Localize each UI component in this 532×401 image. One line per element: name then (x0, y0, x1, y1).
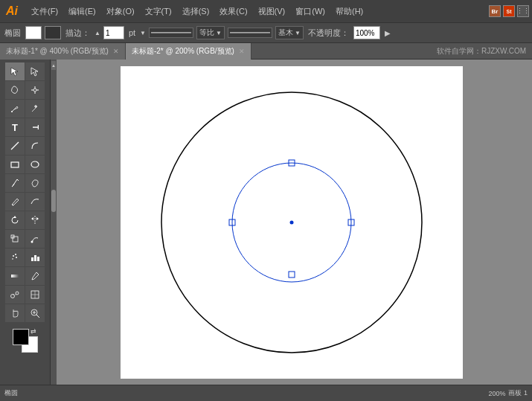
line-segment-tool[interactable] (5, 137, 25, 155)
menu-view[interactable]: 视图(V) (254, 4, 290, 19)
menu-window[interactable]: 窗口(W) (291, 4, 330, 19)
svg-marker-2 (11, 68, 18, 76)
swap-colors-icon[interactable]: ⇄ (31, 327, 36, 335)
status-text: 椭圆 (4, 388, 18, 398)
smooth-tool[interactable] (25, 193, 45, 211)
zoom-tool[interactable] (25, 304, 45, 322)
tab-close-2[interactable]: ✕ (239, 48, 245, 55)
stroke-swatch[interactable] (45, 26, 61, 39)
menubar: Ai 文件(F) 编辑(E) 对象(O) 文字(T) 选择(S) 效果(C) 视… (0, 0, 532, 22)
type-tool[interactable]: T (5, 118, 25, 136)
up-arrow-icon[interactable]: ▲ (94, 30, 100, 36)
svg-line-32 (37, 273, 38, 274)
line-style-selector[interactable] (149, 28, 193, 38)
reflect-tool[interactable] (25, 211, 45, 229)
svg-marker-19 (31, 217, 33, 220)
menu-help[interactable]: 帮助(H) (331, 4, 368, 19)
gradient-tool[interactable] (5, 267, 25, 285)
add-anchor-tool[interactable] (25, 100, 45, 118)
svg-marker-3 (31, 68, 38, 76)
vertical-scroll-track: ▲ (51, 60, 57, 385)
rectangle-tool[interactable] (5, 155, 25, 173)
svg-line-16 (12, 205, 13, 205)
blend-tool[interactable] (5, 286, 25, 304)
stock-icon[interactable]: St (503, 5, 515, 17)
line-proportion-dropdown[interactable]: 等比 ▼ (196, 26, 225, 39)
svg-point-26 (16, 257, 17, 258)
dropdown-arrow-icon: ▼ (216, 30, 222, 36)
svg-rect-21 (13, 237, 18, 242)
main-area: T T (0, 60, 532, 385)
menu-file[interactable]: 文件(F) (27, 4, 63, 19)
foreground-color-swatch[interactable] (13, 329, 29, 345)
tab-untitled1[interactable]: 未标题-1* @ 400% (RGB/预览) ✕ (0, 43, 126, 60)
svg-rect-13 (11, 162, 19, 167)
tab-untitled2[interactable]: 未标题-2* @ 200% (RGB/预览) ✕ (126, 43, 251, 60)
center-point (289, 220, 293, 224)
svg-point-8 (33, 89, 36, 92)
svg-line-12 (11, 142, 19, 150)
ai-logo: Ai (3, 4, 21, 18)
scroll-up-button[interactable]: ▲ (51, 61, 56, 70)
line-base-preview[interactable] (228, 28, 272, 38)
svg-line-15 (17, 179, 19, 181)
artwork-svg (121, 66, 463, 379)
rotate-tool[interactable] (5, 211, 25, 229)
tab-close-1[interactable]: ✕ (113, 48, 119, 55)
magic-wand-tool[interactable] (25, 81, 45, 99)
opacity-input[interactable] (353, 26, 380, 39)
symbol-spray-tool[interactable] (5, 248, 25, 266)
scale-tool[interactable] (5, 230, 25, 248)
column-graph-tool[interactable] (25, 248, 45, 266)
paintbrush-tool[interactable] (5, 174, 25, 192)
menu-object[interactable]: 对象(O) (102, 4, 139, 19)
eyedropper-tool[interactable] (25, 267, 45, 285)
svg-line-41 (36, 315, 39, 318)
pen-tool[interactable] (5, 100, 25, 118)
svg-rect-29 (34, 255, 36, 261)
svg-rect-30 (37, 257, 39, 261)
svg-point-23 (31, 241, 33, 243)
svg-rect-31 (11, 275, 19, 278)
more-options-icon[interactable]: ▶ (385, 29, 391, 37)
canvas-area[interactable]: ▲ (51, 60, 532, 385)
fill-swatch[interactable] (25, 26, 42, 39)
hand-tool[interactable] (5, 304, 25, 322)
svg-marker-17 (13, 216, 16, 218)
select-tool[interactable] (5, 62, 25, 80)
tabsbar: 未标题-1* @ 400% (RGB/预览) ✕ 未标题-2* @ 200% (… (0, 43, 532, 60)
pencil-tool[interactable] (5, 193, 25, 211)
ellipse-tool[interactable] (25, 155, 45, 173)
stroke-unit: pt (127, 28, 137, 37)
down-arrow-icon[interactable]: ▼ (140, 30, 146, 36)
stroke-width-input[interactable] (103, 26, 124, 39)
handle-bottom[interactable] (289, 272, 295, 278)
vertical-scrollbar[interactable] (51, 190, 56, 212)
lasso-tool[interactable] (5, 81, 25, 99)
svg-point-25 (15, 254, 16, 255)
vertical-type-tool[interactable]: T (25, 118, 45, 136)
line-base-dropdown[interactable]: 基木 ▼ (275, 26, 304, 39)
svg-point-14 (31, 161, 39, 167)
svg-point-34 (16, 292, 19, 295)
warp-tool[interactable] (25, 230, 45, 248)
artboard-tool[interactable] (25, 286, 45, 304)
stroke-label: 描边： (64, 28, 92, 39)
menu-select[interactable]: 选择(S) (178, 4, 214, 19)
arc-tool[interactable] (25, 137, 45, 155)
svg-point-24 (13, 255, 14, 257)
shape-label: 椭圆 (3, 28, 22, 39)
artboard-info: 画板 1 (508, 388, 528, 398)
toolbar: 椭圆 描边： ▲ pt ▼ 等比 ▼ 基木 ▼ 不透明度： ▶ (0, 22, 532, 43)
direct-select-tool[interactable] (25, 62, 45, 80)
svg-point-9 (11, 111, 13, 112)
zoom-level: 200% (488, 390, 505, 397)
bottombar: 椭圆 200% 画板 1 (0, 385, 532, 401)
website-label: 软件自学网：RJZXW.COM (431, 46, 532, 57)
bridge-icon[interactable]: Br (489, 5, 501, 17)
menu-effect[interactable]: 效果(C) (215, 4, 251, 19)
menu-edit[interactable]: 编辑(E) (64, 4, 100, 19)
menu-text[interactable]: 文字(T) (141, 4, 176, 19)
arrange-icon[interactable]: ⋮⋮ (517, 5, 529, 17)
blob-brush-tool[interactable] (25, 174, 45, 192)
